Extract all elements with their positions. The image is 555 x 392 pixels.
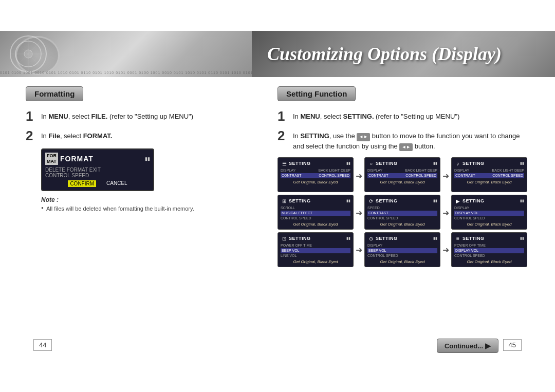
setting-step1: 1 In MENU, select SETTING. (refer to "Se… [278, 109, 529, 123]
setting-screen-1: ☰ SETTING ▮▮ DISPLAYBACK LIGHT DEEP CONT… [278, 157, 354, 192]
format-screen-mockup: FOR MAT FORMAT ▮▮ DELETE FORMAT EXIT CON… [41, 148, 154, 191]
setting-icon-7: ⊡ [281, 235, 288, 242]
note-title: Note : [41, 196, 257, 203]
format-battery: ▮▮ [145, 156, 150, 161]
continued-arrow-icon: ▶ [485, 342, 491, 350]
format-icon: FOR MAT [45, 153, 58, 165]
settings-col-1: ☰ SETTING ▮▮ DISPLAYBACK LIGHT DEEP CONT… [278, 157, 354, 267]
format-buttons: CONFIRM CANCEL [45, 180, 150, 187]
gear-icon [8, 33, 49, 74]
continued-label: Continued... [445, 342, 483, 350]
page-number-left: 44 [33, 339, 52, 351]
settings-col-2: ○ SETTING ▮▮ DISPLAYBACK LIGHT DEEP CONT… [364, 157, 440, 267]
cancel-btn: CANCEL [106, 180, 127, 187]
header-left-decoration: 0101 0100 1001 0010 0101 1010 0101 0110 … [0, 31, 252, 77]
format-title: FORMAT [60, 155, 94, 163]
setting-screen-3: ♪ SETTING ▮▮ DISPLAYBACK LIGHT DEEP CONT… [451, 157, 527, 192]
settings-col-3: ♪ SETTING ▮▮ DISPLAYBACK LIGHT DEEP CONT… [451, 157, 527, 267]
setting-icon-8: ⊙ [367, 235, 375, 242]
setting-icon-6: ▶ [454, 197, 461, 204]
page-title: Customizing Options (Display) [267, 43, 502, 65]
settings-grid-container: ☰ SETTING ▮▮ DISPLAYBACK LIGHT DEEP CONT… [278, 157, 529, 268]
setting-screen-6: ▶ SETTING ▮▮ DISPLAY DISPLAY VOL CONTROL… [451, 195, 527, 230]
arrow-col-2: ➜ ➜ ➜ [442, 157, 449, 268]
setting-screen-9: ≡ SETTING ▮▮ POWER OFF TIME DISPLAY VOL … [451, 232, 527, 267]
setting-screen-4: ⊞ SETTING ▮▮ SCROLL MUSICAL EFFECT CONTR… [278, 195, 354, 230]
header-right: Customizing Options (Display) [252, 31, 555, 77]
setting-icon-9: ≡ [454, 235, 461, 242]
formatting-step2: 2 In File, select FORMAT. [26, 129, 257, 142]
setting-icon-3: ♪ [454, 160, 461, 167]
format-menu-items: DELETE FORMAT EXIT CONTROL SPEED [45, 167, 150, 178]
setting-function-header: Setting Function [278, 86, 356, 101]
setting-screen-5: ⟳ SETTING ▮▮ SPEED CONTRAST CONTROL SPEE… [364, 195, 440, 230]
arrow-col-1: ➜ ➜ ➜ [356, 157, 362, 268]
setting-function-section: Setting Function 1 In MENU, select SETTI… [278, 86, 529, 268]
setting-screen-8: ⊙ SETTING ▮▮ DISPLAY BEEP VOL CONTROL SP… [364, 232, 440, 267]
note-item: All files will be deleted when formattin… [41, 206, 257, 212]
confirm-btn: CONFIRM [68, 180, 96, 187]
formatting-header: Formatting [26, 86, 83, 101]
setting-icon-5: ⟳ [367, 197, 375, 204]
page-header: 0101 0100 1001 0010 0101 1010 0101 0110 … [0, 31, 555, 77]
formatting-section: Formatting 1 In MENU, select FILE. (refe… [26, 86, 257, 268]
setting-icon-2: ○ [367, 160, 375, 167]
main-content: Formatting 1 In MENU, select FILE. (refe… [26, 86, 529, 268]
page-number-right: 45 [503, 339, 522, 351]
setting-screen-2: ○ SETTING ▮▮ DISPLAYBACK LIGHT DEEP CONT… [364, 157, 440, 192]
binary-decoration: 0101 0100 1001 0010 0101 1010 0101 0110 … [0, 71, 252, 74]
setting-step2: 2 In SETTING, use the ◄► button to move … [278, 129, 529, 151]
note-section: Note : All files will be deleted when fo… [41, 196, 257, 212]
formatting-step1: 1 In MENU, select FILE. (refer to "Setti… [26, 109, 257, 123]
setting-screen-7: ⊡ SETTING ▮▮ POWER OFF TIME BEEP VOL LIN… [278, 232, 354, 267]
setting-icon-4: ⊞ [281, 197, 288, 204]
continued-button[interactable]: Continued... ▶ [437, 339, 498, 353]
setting-icon-1: ☰ [281, 160, 288, 167]
